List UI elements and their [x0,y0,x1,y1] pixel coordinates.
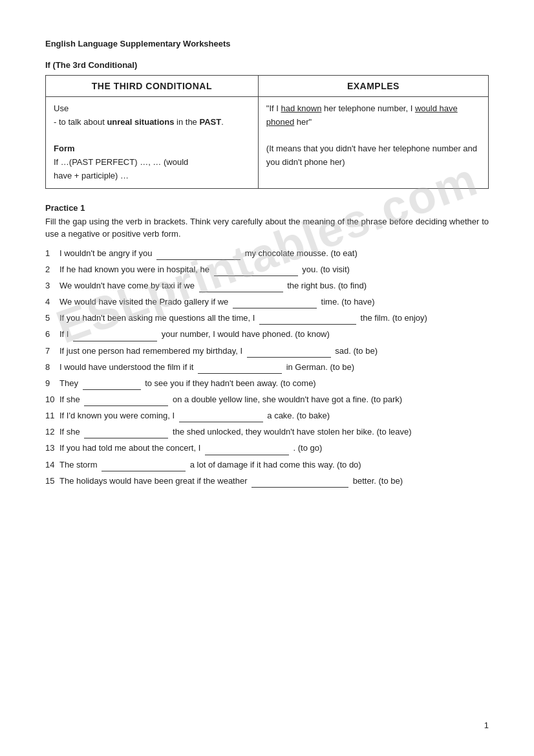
list-item: 3 We wouldn't have come by taxi if we th… [45,279,489,292]
blank-6 [73,332,157,341]
table-header-left: THE THIRD CONDITIONAL [46,76,259,97]
list-item: 13 If you had told me about the concert,… [45,442,489,455]
unreal-situations: unreal situations [107,117,174,127]
blank-8 [198,365,282,374]
blank-15 [251,479,348,488]
example-explanation: (It means that you didn't have her telep… [266,144,477,167]
table-cell-right: "If I had known her telephone number, I … [258,97,488,189]
list-item: 14 The storm a lot of damage if it had c… [45,459,489,471]
table-header-right: EXAMPLES [258,76,488,97]
blank-7 [247,349,331,358]
example-quote: "If I had known her telephone number, I … [266,103,458,127]
blank-12 [84,429,168,438]
past-label: PAST [199,117,221,127]
list-item: 6 If I your number, I would have phoned.… [45,328,489,341]
list-item: 4 We would have visited the Prado galler… [45,296,489,308]
list-item: 9 They to see you if they hadn't been aw… [45,377,489,390]
use-label: Use [54,103,69,113]
blank-3 [199,283,283,292]
blank-2 [214,267,298,276]
blank-4 [233,299,317,308]
blank-11 [179,413,263,422]
list-item: 11 If I'd known you were coming, I a cak… [45,409,489,422]
list-item: 8 I would have understood the film if it… [45,361,489,374]
list-item: 7 If just one person had remembered my b… [45,345,489,358]
blank-5 [259,316,356,325]
conditional-table: THE THIRD CONDITIONAL EXAMPLES Use - to … [45,75,489,189]
table-cell-left: Use - to talk about unreal situations in… [46,97,259,189]
list-item: 5 If you hadn't been asking me questions… [45,312,489,325]
section-heading: If (The 3rd Conditional) [45,60,489,70]
list-item: 15 The holidays would have been great if… [45,475,489,488]
practice-title: Practice 1 [45,203,489,213]
form-label: Form [54,144,75,153]
exercise-list: 1 I wouldn't be angry if you my chocolat… [45,247,489,488]
blank-9 [83,381,141,390]
list-item: 12 If she the shed unlocked, they wouldn… [45,426,489,438]
form-description: If …(PAST PERFECT) …, … (wouldhave + par… [54,157,188,180]
blank-1 [156,251,240,260]
blank-13 [205,446,289,455]
practice-description: Fill the gap using the verb in brackets.… [45,215,489,241]
blank-14 [101,462,186,471]
page-number: 1 [484,720,489,730]
list-item: 10 If she on a double yellow line, she w… [45,393,489,406]
page-title: English Language Supplementary Worksheet… [45,39,489,49]
list-item: 1 I wouldn't be angry if you my chocolat… [45,247,489,260]
blank-10 [84,397,168,406]
list-item: 2 If he had known you were in hospital, … [45,263,489,276]
